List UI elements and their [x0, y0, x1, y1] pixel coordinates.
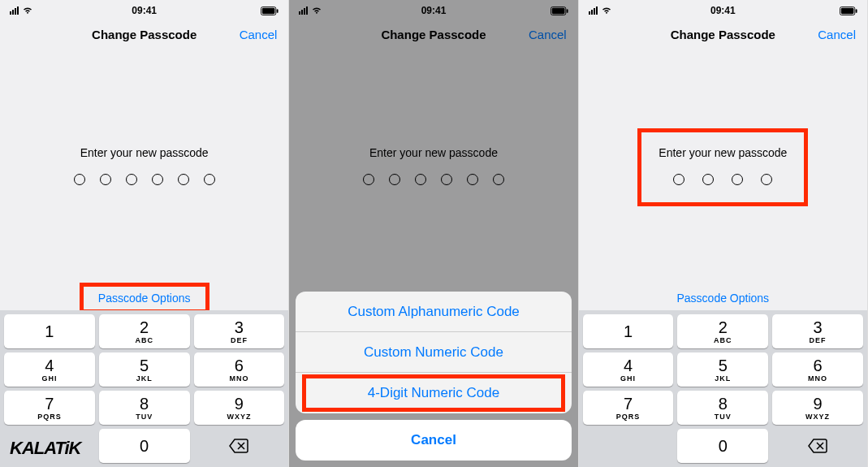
key-8[interactable]: 8TUV: [677, 391, 768, 425]
prompt-text: Enter your new passcode: [80, 146, 209, 159]
key-6[interactable]: 6MNO: [194, 352, 285, 387]
key-1[interactable]: 1: [4, 314, 95, 348]
key-5[interactable]: 5JKL: [99, 352, 190, 387]
key-9[interactable]: 9WXYZ: [772, 391, 863, 425]
action-sheet: Custom Alphanumeric Code Custom Numeric …: [296, 292, 571, 461]
key-2[interactable]: 2ABC: [677, 314, 768, 348]
highlight-box: [637, 128, 808, 206]
nav-title: Change Passcode: [92, 28, 196, 41]
key-8[interactable]: 8TUV: [99, 391, 190, 425]
passcode-dots: [74, 174, 215, 185]
numeric-keypad: 1 2ABC 3DEF 4GHI 5JKL 6MNO 7PQRS 8TUV 9W…: [579, 310, 867, 467]
watermark: KALATiK: [10, 438, 81, 459]
screen-3: 09:41 Change Passcode Cancel Enter your …: [579, 0, 868, 467]
svg-rect-2: [277, 9, 279, 13]
key-7[interactable]: 7PQRS: [4, 391, 95, 425]
nav-bar: Change Passcode Cancel: [0, 18, 288, 50]
key-0[interactable]: 0: [677, 429, 768, 463]
key-4[interactable]: 4GHI: [583, 352, 674, 387]
svg-rect-8: [856, 9, 857, 13]
key-9[interactable]: 9WXYZ: [194, 391, 285, 425]
status-time: 09:41: [710, 5, 736, 16]
sheet-custom-numeric[interactable]: Custom Numeric Code: [296, 332, 571, 373]
signal-icon: [589, 6, 598, 15]
key-5[interactable]: 5JKL: [677, 352, 768, 387]
key-4[interactable]: 4GHI: [4, 352, 95, 387]
nav-bar: Change Passcode Cancel: [579, 18, 867, 50]
sheet-4-digit[interactable]: 4-Digit Numeric Code: [296, 373, 571, 413]
battery-icon: [840, 6, 857, 15]
wifi-icon: [22, 6, 33, 15]
screen-2: 09:41 Change Passcode Cancel Enter your …: [289, 0, 578, 467]
cancel-button[interactable]: Cancel: [818, 28, 856, 41]
status-bar: 09:41: [0, 3, 288, 18]
wifi-icon: [601, 6, 612, 15]
screen-1: 09:41 Change Passcode Cancel Enter your …: [0, 0, 289, 467]
key-1[interactable]: 1: [583, 314, 674, 348]
sheet-custom-alphanumeric[interactable]: Custom Alphanumeric Code: [296, 292, 571, 332]
key-3[interactable]: 3DEF: [772, 314, 863, 348]
nav-title: Change Passcode: [671, 28, 775, 41]
backspace-key[interactable]: [772, 429, 863, 463]
backspace-key[interactable]: [194, 429, 285, 463]
key-7[interactable]: 7PQRS: [583, 391, 674, 425]
backspace-icon: [808, 439, 827, 453]
cancel-button[interactable]: Cancel: [240, 28, 278, 41]
status-time: 09:41: [132, 5, 157, 16]
sheet-cancel[interactable]: Cancel: [296, 420, 571, 461]
key-blank: [583, 429, 674, 463]
status-bar: 09:41: [579, 3, 867, 18]
signal-icon: [10, 6, 19, 15]
passcode-options-link[interactable]: Passcode Options: [677, 292, 770, 305]
key-3[interactable]: 3DEF: [194, 314, 285, 348]
highlight-box: [80, 283, 209, 313]
battery-icon: [261, 6, 279, 15]
key-6[interactable]: 6MNO: [772, 352, 863, 387]
svg-rect-1: [262, 7, 275, 13]
backspace-icon: [229, 439, 248, 453]
key-2[interactable]: 2ABC: [99, 314, 190, 348]
svg-rect-7: [841, 7, 854, 13]
key-0[interactable]: 0: [99, 429, 190, 463]
